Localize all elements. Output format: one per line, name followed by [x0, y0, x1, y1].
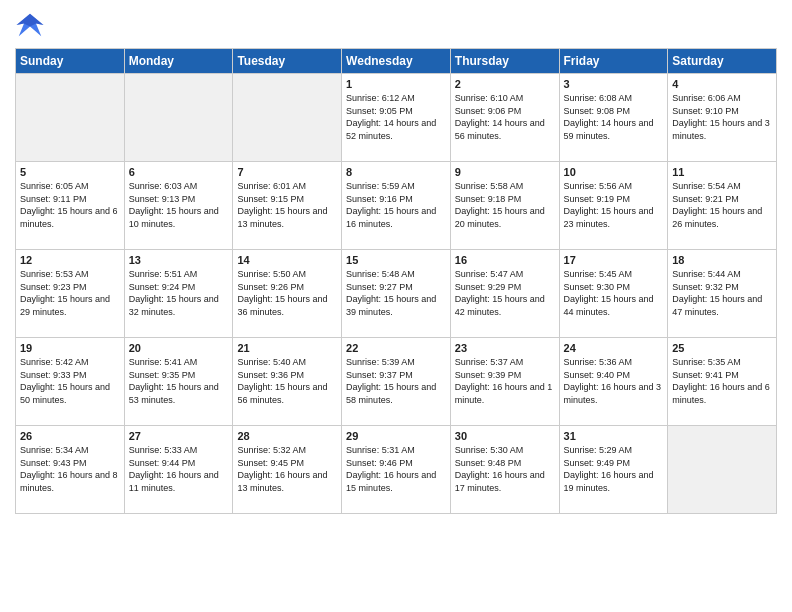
day-number: 17	[564, 254, 664, 266]
calendar-cell: 3Sunrise: 6:08 AM Sunset: 9:08 PM Daylig…	[559, 74, 668, 162]
calendar-week-4: 19Sunrise: 5:42 AM Sunset: 9:33 PM Dayli…	[16, 338, 777, 426]
day-number: 29	[346, 430, 446, 442]
calendar-cell: 5Sunrise: 6:05 AM Sunset: 9:11 PM Daylig…	[16, 162, 125, 250]
day-number: 11	[672, 166, 772, 178]
calendar-cell: 14Sunrise: 5:50 AM Sunset: 9:26 PM Dayli…	[233, 250, 342, 338]
col-header-saturday: Saturday	[668, 49, 777, 74]
calendar-cell: 20Sunrise: 5:41 AM Sunset: 9:35 PM Dayli…	[124, 338, 233, 426]
calendar-cell: 13Sunrise: 5:51 AM Sunset: 9:24 PM Dayli…	[124, 250, 233, 338]
day-number: 1	[346, 78, 446, 90]
calendar-cell: 15Sunrise: 5:48 AM Sunset: 9:27 PM Dayli…	[342, 250, 451, 338]
day-number: 15	[346, 254, 446, 266]
calendar-cell	[124, 74, 233, 162]
day-info: Sunrise: 5:40 AM Sunset: 9:36 PM Dayligh…	[237, 356, 337, 406]
calendar-cell: 8Sunrise: 5:59 AM Sunset: 9:16 PM Daylig…	[342, 162, 451, 250]
day-number: 12	[20, 254, 120, 266]
day-number: 28	[237, 430, 337, 442]
day-info: Sunrise: 5:41 AM Sunset: 9:35 PM Dayligh…	[129, 356, 229, 406]
day-info: Sunrise: 5:33 AM Sunset: 9:44 PM Dayligh…	[129, 444, 229, 494]
day-number: 6	[129, 166, 229, 178]
day-info: Sunrise: 5:39 AM Sunset: 9:37 PM Dayligh…	[346, 356, 446, 406]
day-info: Sunrise: 6:05 AM Sunset: 9:11 PM Dayligh…	[20, 180, 120, 230]
col-header-friday: Friday	[559, 49, 668, 74]
day-number: 9	[455, 166, 555, 178]
calendar-week-2: 5Sunrise: 6:05 AM Sunset: 9:11 PM Daylig…	[16, 162, 777, 250]
day-info: Sunrise: 5:56 AM Sunset: 9:19 PM Dayligh…	[564, 180, 664, 230]
svg-marker-1	[17, 14, 44, 27]
calendar-cell	[233, 74, 342, 162]
calendar-cell: 9Sunrise: 5:58 AM Sunset: 9:18 PM Daylig…	[450, 162, 559, 250]
day-info: Sunrise: 5:59 AM Sunset: 9:16 PM Dayligh…	[346, 180, 446, 230]
calendar-cell: 6Sunrise: 6:03 AM Sunset: 9:13 PM Daylig…	[124, 162, 233, 250]
day-number: 23	[455, 342, 555, 354]
calendar-cell: 4Sunrise: 6:06 AM Sunset: 9:10 PM Daylig…	[668, 74, 777, 162]
calendar-cell: 1Sunrise: 6:12 AM Sunset: 9:05 PM Daylig…	[342, 74, 451, 162]
day-number: 4	[672, 78, 772, 90]
calendar-cell: 18Sunrise: 5:44 AM Sunset: 9:32 PM Dayli…	[668, 250, 777, 338]
day-number: 25	[672, 342, 772, 354]
header	[15, 10, 777, 40]
day-info: Sunrise: 6:01 AM Sunset: 9:15 PM Dayligh…	[237, 180, 337, 230]
day-info: Sunrise: 5:50 AM Sunset: 9:26 PM Dayligh…	[237, 268, 337, 318]
day-info: Sunrise: 5:32 AM Sunset: 9:45 PM Dayligh…	[237, 444, 337, 494]
day-info: Sunrise: 5:29 AM Sunset: 9:49 PM Dayligh…	[564, 444, 664, 494]
day-info: Sunrise: 5:48 AM Sunset: 9:27 PM Dayligh…	[346, 268, 446, 318]
col-header-wednesday: Wednesday	[342, 49, 451, 74]
calendar-cell: 29Sunrise: 5:31 AM Sunset: 9:46 PM Dayli…	[342, 426, 451, 514]
day-number: 24	[564, 342, 664, 354]
day-info: Sunrise: 5:58 AM Sunset: 9:18 PM Dayligh…	[455, 180, 555, 230]
calendar-week-1: 1Sunrise: 6:12 AM Sunset: 9:05 PM Daylig…	[16, 74, 777, 162]
day-info: Sunrise: 6:03 AM Sunset: 9:13 PM Dayligh…	[129, 180, 229, 230]
day-number: 22	[346, 342, 446, 354]
col-header-sunday: Sunday	[16, 49, 125, 74]
day-info: Sunrise: 5:51 AM Sunset: 9:24 PM Dayligh…	[129, 268, 229, 318]
day-number: 19	[20, 342, 120, 354]
calendar-cell: 30Sunrise: 5:30 AM Sunset: 9:48 PM Dayli…	[450, 426, 559, 514]
col-header-thursday: Thursday	[450, 49, 559, 74]
day-number: 5	[20, 166, 120, 178]
day-info: Sunrise: 5:31 AM Sunset: 9:46 PM Dayligh…	[346, 444, 446, 494]
day-number: 10	[564, 166, 664, 178]
day-number: 16	[455, 254, 555, 266]
day-number: 2	[455, 78, 555, 90]
day-number: 30	[455, 430, 555, 442]
day-number: 27	[129, 430, 229, 442]
day-info: Sunrise: 6:06 AM Sunset: 9:10 PM Dayligh…	[672, 92, 772, 142]
calendar-cell: 7Sunrise: 6:01 AM Sunset: 9:15 PM Daylig…	[233, 162, 342, 250]
calendar-cell	[668, 426, 777, 514]
day-number: 21	[237, 342, 337, 354]
calendar-cell: 21Sunrise: 5:40 AM Sunset: 9:36 PM Dayli…	[233, 338, 342, 426]
col-header-monday: Monday	[124, 49, 233, 74]
col-header-tuesday: Tuesday	[233, 49, 342, 74]
calendar-cell: 12Sunrise: 5:53 AM Sunset: 9:23 PM Dayli…	[16, 250, 125, 338]
calendar-table: SundayMondayTuesdayWednesdayThursdayFrid…	[15, 48, 777, 514]
day-info: Sunrise: 5:47 AM Sunset: 9:29 PM Dayligh…	[455, 268, 555, 318]
day-info: Sunrise: 5:54 AM Sunset: 9:21 PM Dayligh…	[672, 180, 772, 230]
day-info: Sunrise: 6:12 AM Sunset: 9:05 PM Dayligh…	[346, 92, 446, 142]
day-info: Sunrise: 5:42 AM Sunset: 9:33 PM Dayligh…	[20, 356, 120, 406]
calendar-week-5: 26Sunrise: 5:34 AM Sunset: 9:43 PM Dayli…	[16, 426, 777, 514]
day-info: Sunrise: 5:36 AM Sunset: 9:40 PM Dayligh…	[564, 356, 664, 406]
calendar-cell: 16Sunrise: 5:47 AM Sunset: 9:29 PM Dayli…	[450, 250, 559, 338]
day-info: Sunrise: 5:30 AM Sunset: 9:48 PM Dayligh…	[455, 444, 555, 494]
day-info: Sunrise: 5:44 AM Sunset: 9:32 PM Dayligh…	[672, 268, 772, 318]
calendar-cell: 31Sunrise: 5:29 AM Sunset: 9:49 PM Dayli…	[559, 426, 668, 514]
calendar-cell: 17Sunrise: 5:45 AM Sunset: 9:30 PM Dayli…	[559, 250, 668, 338]
calendar-cell: 23Sunrise: 5:37 AM Sunset: 9:39 PM Dayli…	[450, 338, 559, 426]
calendar-cell	[16, 74, 125, 162]
day-info: Sunrise: 5:37 AM Sunset: 9:39 PM Dayligh…	[455, 356, 555, 406]
day-info: Sunrise: 5:45 AM Sunset: 9:30 PM Dayligh…	[564, 268, 664, 318]
calendar-cell: 2Sunrise: 6:10 AM Sunset: 9:06 PM Daylig…	[450, 74, 559, 162]
day-number: 31	[564, 430, 664, 442]
calendar-cell: 28Sunrise: 5:32 AM Sunset: 9:45 PM Dayli…	[233, 426, 342, 514]
calendar-cell: 22Sunrise: 5:39 AM Sunset: 9:37 PM Dayli…	[342, 338, 451, 426]
logo-bird-icon	[15, 10, 45, 40]
day-info: Sunrise: 5:53 AM Sunset: 9:23 PM Dayligh…	[20, 268, 120, 318]
day-number: 18	[672, 254, 772, 266]
day-number: 26	[20, 430, 120, 442]
day-info: Sunrise: 5:35 AM Sunset: 9:41 PM Dayligh…	[672, 356, 772, 406]
calendar-cell: 26Sunrise: 5:34 AM Sunset: 9:43 PM Dayli…	[16, 426, 125, 514]
calendar-cell: 10Sunrise: 5:56 AM Sunset: 9:19 PM Dayli…	[559, 162, 668, 250]
day-info: Sunrise: 6:08 AM Sunset: 9:08 PM Dayligh…	[564, 92, 664, 142]
logo	[15, 10, 49, 40]
